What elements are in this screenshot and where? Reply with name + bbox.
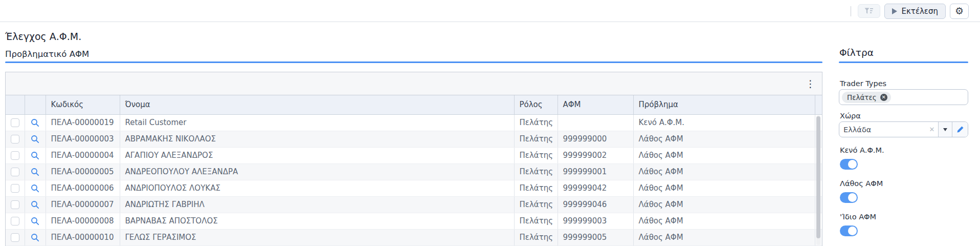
- settings-button[interactable]: ⚙: [950, 4, 969, 19]
- cell-name: ΑΒΡΑΜΑΚΗΣ ΝΙΚΟΛΑΟΣ: [120, 131, 514, 147]
- open-record-button[interactable]: [31, 168, 39, 176]
- grid-menu-button[interactable]: ⋮: [806, 79, 815, 89]
- magnifier-icon: [31, 135, 39, 144]
- table-row: ΠΕΛΑ-00000008 ΒΑΡΝΑΒΑΣ ΑΠΟΣΤΟΛΟΣ Πελάτης…: [6, 213, 822, 229]
- toolbar-actions: Εκτέλεση ⚙: [851, 0, 969, 22]
- chip-label: Πελάτες: [847, 93, 877, 101]
- cell-afm: [558, 114, 633, 131]
- cell-role: Πελάτης: [514, 213, 558, 229]
- toggle-switch-same-afm[interactable]: [840, 225, 858, 236]
- header-select-column: [6, 95, 25, 114]
- cell-code: ΠΕΛΑ-00000006: [46, 180, 120, 196]
- toggle-group-empty-afm: Κενό Α.Φ.Μ.: [840, 146, 884, 170]
- table-row: ΠΕΛΑ-00000019 Retail Customer Πελάτης Κε…: [6, 114, 822, 131]
- vertical-scrollbar-track[interactable]: [816, 115, 820, 245]
- view-cell: [25, 163, 46, 180]
- filter-options-button[interactable]: [858, 4, 880, 18]
- cell-afm: 999999042: [558, 180, 633, 196]
- row-checkbox[interactable]: [11, 168, 19, 176]
- header-problem[interactable]: Πρόβλημα: [633, 95, 815, 114]
- table-row: ΠΕΛΑ-00000007 ΑΝΔΡΙΩΤΗΣ ΓΑΒΡΙΗΛ Πελάτης …: [6, 196, 822, 213]
- select-cell: [6, 196, 25, 213]
- magnifier-icon: [31, 151, 39, 160]
- vertical-scrollbar-thumb[interactable]: [816, 116, 820, 238]
- table-row: ΠΕΛΑ-00000006 ΑΝΔΡΙΟΠΟΥΛΟΣ ΛΟΥΚΑΣ Πελάτη…: [6, 180, 822, 196]
- header-code[interactable]: Κωδικός: [46, 95, 120, 114]
- chip-remove-icon[interactable]: ✕: [880, 94, 887, 101]
- cell-afm: 999999005: [558, 229, 633, 245]
- open-record-button[interactable]: [31, 151, 39, 160]
- table-row: ΠΕΛΑ-00000010 ΓΕΛΩΣ ΓΕΡΑΣΙΜΟΣ Πελάτης 99…: [6, 229, 822, 245]
- trader-types-input[interactable]: Πελάτες ✕: [839, 89, 968, 105]
- cell-code: ΠΕΛΑ-00000019: [46, 114, 120, 131]
- country-dropdown-button[interactable]: [938, 122, 952, 137]
- open-record-button[interactable]: [31, 233, 39, 242]
- header-row: Κωδικός Όνομα Ρόλος ΑΦΜ Πρόβλημα: [6, 95, 822, 114]
- cell-role: Πελάτης: [514, 131, 558, 147]
- view-cell: [25, 180, 46, 196]
- view-cell: [25, 229, 46, 245]
- cell-problem: Λάθος ΑΦΜ: [633, 147, 815, 163]
- cell-role: Πελάτης: [514, 163, 558, 180]
- play-icon: [892, 8, 897, 14]
- cell-name: ΑΓΑΠΙΟΥ ΑΛΕΞΑΝΔΡΟΣ: [120, 147, 514, 163]
- select-cell: [6, 213, 25, 229]
- open-record-button[interactable]: [31, 200, 39, 209]
- cell-code: ΠΕΛΑ-00000008: [46, 213, 120, 229]
- country-clear-icon[interactable]: ✕: [926, 122, 938, 137]
- cell-afm: 999999002: [558, 147, 633, 163]
- row-checkbox[interactable]: [11, 233, 19, 242]
- page-title: Έλεγχος Α.Φ.Μ.: [5, 31, 81, 42]
- toggle-knob: [848, 160, 857, 169]
- country-input[interactable]: [839, 122, 926, 137]
- row-checkbox[interactable]: [11, 217, 19, 225]
- grid-toolbar: ⋮: [5, 72, 822, 95]
- cell-name: Retail Customer: [120, 114, 514, 131]
- select-cell: [6, 131, 25, 147]
- magnifier-icon: [31, 217, 39, 225]
- cell-problem: Λάθος ΑΦΜ: [633, 196, 815, 213]
- toggle-switch-wrong-afm[interactable]: [840, 192, 858, 203]
- cell-problem: Λάθος ΑΦΜ: [633, 229, 815, 245]
- trader-types-label: Trader Types: [840, 79, 886, 88]
- select-cell: [6, 229, 25, 245]
- header-afm[interactable]: ΑΦΜ: [558, 95, 633, 114]
- toggle-switch-empty-afm[interactable]: [840, 159, 858, 170]
- subtitle-accent-rule: [5, 61, 822, 63]
- cell-afm: 999999046: [558, 196, 633, 213]
- kebab-vertical-icon: ⋮: [806, 78, 815, 89]
- open-record-button[interactable]: [31, 217, 39, 225]
- gear-icon: ⚙: [955, 6, 964, 16]
- row-checkbox[interactable]: [11, 184, 19, 193]
- cell-code: ΠΕΛΑ-00000004: [46, 147, 120, 163]
- magnifier-icon: [31, 168, 39, 176]
- header-role[interactable]: Ρόλος: [514, 95, 558, 114]
- magnifier-icon: [31, 233, 39, 242]
- view-cell: [25, 147, 46, 163]
- magnifier-icon: [31, 184, 39, 193]
- row-checkbox[interactable]: [11, 135, 19, 144]
- cell-code: ΠΕΛΑ-00000010: [46, 229, 120, 245]
- open-record-button[interactable]: [31, 118, 39, 127]
- header-name[interactable]: Όνομα: [120, 95, 514, 114]
- country-input-group: ✕: [839, 121, 968, 137]
- cell-role: Πελάτης: [514, 229, 558, 245]
- row-checkbox[interactable]: [11, 151, 19, 160]
- row-checkbox[interactable]: [11, 200, 19, 209]
- toggle-knob: [848, 193, 857, 202]
- cell-problem: Λάθος ΑΦΜ: [633, 213, 815, 229]
- page-subtitle: Προβληματικό ΑΦΜ: [5, 49, 89, 59]
- execute-button[interactable]: Εκτέλεση: [884, 4, 946, 19]
- open-record-button[interactable]: [31, 184, 39, 193]
- trader-type-chip: Πελάτες ✕: [842, 92, 891, 103]
- cell-problem: Λάθος ΑΦΜ: [633, 163, 815, 180]
- row-checkbox[interactable]: [11, 118, 19, 127]
- country-edit-button[interactable]: [952, 122, 968, 137]
- select-cell: [6, 114, 25, 131]
- filters-heading: Φίλτρα: [839, 47, 874, 58]
- caret-down-icon: [943, 128, 947, 131]
- cell-role: Πελάτης: [514, 114, 558, 131]
- open-record-button[interactable]: [31, 135, 39, 144]
- view-cell: [25, 196, 46, 213]
- cell-role: Πελάτης: [514, 147, 558, 163]
